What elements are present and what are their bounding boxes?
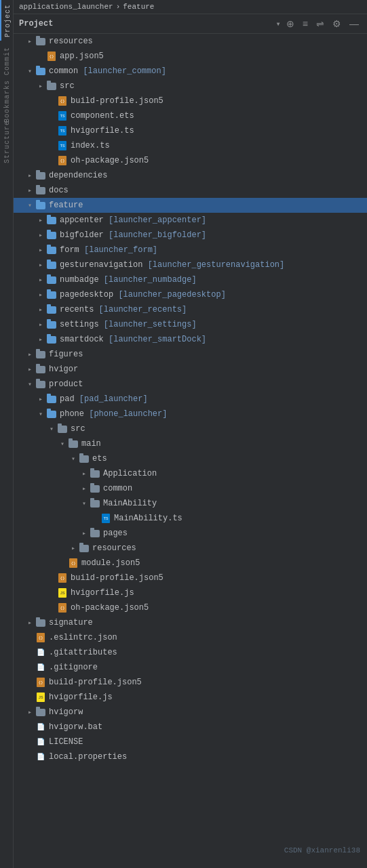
tree-chevron[interactable] [46,423,57,434]
file-icon: 📄 [35,662,46,673]
refresh-button[interactable]: ⊕ [284,17,297,30]
tree-chevron[interactable] [79,528,90,539]
tree-item-label: hvigorfile.ts [71,126,134,136]
tree-chevron[interactable] [68,543,79,554]
tree-item[interactable]: {}oh-package.json5 [14,153,367,168]
tree-item[interactable]: {}build-profile.json5 [14,94,367,108]
tree-item[interactable]: pad [pad_launcher] [14,392,367,407]
tree-chevron[interactable] [24,379,35,390]
tree-item[interactable]: TScomponent.ets [14,108,367,123]
tree-item[interactable]: product [14,377,367,392]
tree-chevron[interactable] [24,66,35,77]
tree-item[interactable]: pages [14,526,367,541]
tree-chevron[interactable] [35,245,46,255]
tree-item[interactable]: common [14,481,367,496]
tree-item[interactable]: 📄local.properties [14,749,367,764]
tree-chevron[interactable] [35,289,46,300]
tree-chevron[interactable] [24,364,35,375]
dropdown-icon[interactable]: ▾ [276,19,281,29]
tree-chevron[interactable] [35,409,46,419]
tree-item[interactable]: ets [14,451,367,466]
tree-item[interactable]: JShvigorfile.js [14,585,367,600]
tree-item[interactable]: resources [14,541,367,556]
tree-chevron[interactable] [35,215,46,226]
tree-item[interactable]: TSMainAbility.ts [14,511,367,526]
tree-item[interactable]: {}build-profile.json5 [14,675,367,690]
tree-item[interactable]: numbadge [launcher_numbadge] [14,272,367,287]
tree-item-label: src [60,81,75,91]
module-name: [launcher_numbadge] [104,275,197,285]
tree-item[interactable]: figures [14,347,367,362]
breadcrumb-current[interactable]: feature [123,3,154,11]
tree-chevron[interactable] [35,230,46,241]
tree-item-label: figures [49,350,83,359]
collapse-button[interactable]: ≡ [300,17,311,30]
tree-item[interactable]: common [launcher_common] [14,64,367,79]
tree-item[interactable]: recents [launcher_recents] [14,302,367,317]
tree-item[interactable]: src [14,79,367,94]
folder-blue-icon [46,230,57,241]
expand-button[interactable]: ⇌ [313,17,327,30]
settings-button[interactable]: ⚙ [330,17,344,30]
tree-item[interactable]: signature [14,615,367,630]
tree-chevron[interactable] [68,453,79,464]
tree-chevron[interactable] [35,274,46,285]
tree-item[interactable]: dependencies [14,168,367,183]
tree-item[interactable]: 📄LICENSE [14,735,367,749]
tree-item[interactable]: pagedesktop [launcher_pagedesktop] [14,287,367,302]
tree-chevron[interactable] [35,260,46,270]
tree-item[interactable]: {}build-profile.json5 [14,571,367,585]
tree-item[interactable]: JShvigorfile.js [14,690,367,705]
sidebar-item-structure[interactable]: Structure [0,122,14,163]
tree-chevron[interactable] [35,81,46,91]
tree-item[interactable]: {}module.json5 [14,556,367,571]
sidebar-item-project[interactable]: Project [0,0,14,41]
tree-chevron[interactable] [24,185,35,196]
tree-item[interactable]: {}oh-package.json5 [14,600,367,615]
tree-item[interactable]: TSindex.ts [14,138,367,153]
tree-item[interactable]: hvigor [14,362,367,377]
tree-item[interactable]: {}.eslintrc.json [14,630,367,645]
sidebar-item-commit[interactable]: Commit [0,41,14,81]
tree-item[interactable]: 📄hvigorw.bat [14,720,367,735]
tree-item[interactable]: gesturenavigation [launcher_gesturenavig… [14,257,367,272]
tree-item[interactable]: form [launcher_form] [14,243,367,257]
tree-item[interactable]: docs [14,183,367,198]
tree-item[interactable]: main [14,436,367,451]
tree-item[interactable]: resources [14,34,367,49]
tree-chevron[interactable] [79,468,90,479]
file-icon: 📄 [35,737,46,747]
tree-chevron[interactable] [24,200,35,211]
tree-item[interactable]: phone [phone_launcher] [14,407,367,421]
tree-item[interactable]: hvigorw [14,705,367,720]
json5-icon: {} [57,96,68,106]
tree-item[interactable]: src [14,421,367,436]
tree-chevron[interactable] [35,304,46,315]
vertical-sidebar: Project Commit Bookmarks Structure [0,0,14,868]
tree-item[interactable]: feature [14,198,367,213]
breadcrumb-parent[interactable]: applications_launcher [19,3,113,11]
tree-item[interactable]: TShvigorfile.ts [14,123,367,138]
tree-item[interactable]: MainAbility [14,496,367,511]
sidebar-item-bookmarks[interactable]: Bookmarks [0,81,14,122]
tree-item[interactable]: Application [14,466,367,481]
tree-chevron[interactable] [35,334,46,345]
tree-chevron[interactable] [24,170,35,181]
tree-chevron[interactable] [79,483,90,494]
tree-chevron[interactable] [24,617,35,628]
tree-chevron[interactable] [24,707,35,718]
tree-chevron[interactable] [57,438,68,449]
tree-chevron[interactable] [35,319,46,330]
tree-chevron[interactable] [24,349,35,360]
minimize-button[interactable]: — [347,17,362,30]
tree-item[interactable]: {}app.json5 [14,49,367,64]
tree-item[interactable]: 📄.gitignore [14,660,367,675]
tree-chevron[interactable] [35,394,46,405]
tree-item[interactable]: bigfolder [launcher_bigfolder] [14,228,367,243]
tree-chevron[interactable] [79,498,90,509]
tree-item[interactable]: appcenter [launcher_appcenter] [14,213,367,228]
tree-item[interactable]: 📄.gitattributes [14,645,367,660]
tree-item[interactable]: smartdock [launcher_smartDock] [14,332,367,347]
tree-chevron[interactable] [24,36,35,47]
tree-item[interactable]: settings [launcher_settings] [14,317,367,332]
